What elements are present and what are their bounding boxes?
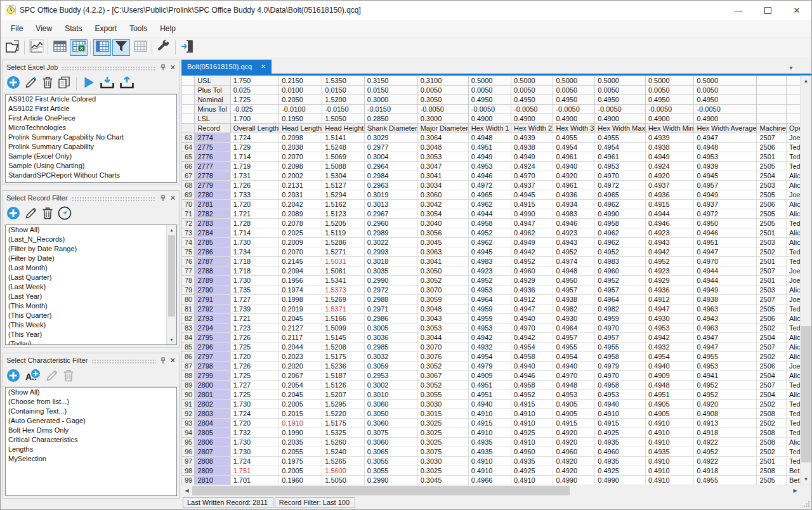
data-cell[interactable]: 0.4947 — [511, 304, 553, 314]
record-cell[interactable]: 2784 — [195, 228, 230, 238]
data-cell[interactable]: 0.4961 — [595, 152, 646, 162]
data-cell[interactable]: 0.4962 — [468, 238, 511, 247]
column-header[interactable]: Head Height — [322, 124, 365, 133]
delete-button[interactable] — [63, 369, 74, 384]
record-cell[interactable]: 2797 — [195, 352, 230, 362]
data-cell[interactable]: 0.2025 — [279, 228, 322, 238]
record-filter-button[interactable] — [112, 39, 130, 56]
data-cell[interactable]: 2503 — [757, 285, 787, 295]
data-cell[interactable]: 1.720 — [230, 200, 279, 209]
data-cell[interactable]: 0.2985 — [364, 343, 417, 352]
record-cell[interactable]: 2783 — [195, 219, 230, 228]
scroll-left-icon[interactable]: ◀ — [181, 485, 192, 496]
data-cell[interactable]: 0.3059 — [417, 295, 468, 304]
data-cell[interactable]: 0.4948 — [468, 133, 511, 143]
data-cell[interactable]: 0.4958 — [595, 219, 646, 228]
record-cell[interactable]: 2809 — [195, 466, 230, 476]
data-cell[interactable]: 0.4915 — [511, 400, 553, 409]
list-item[interactable]: StandardSPCReport — [6, 180, 176, 183]
data-cell[interactable]: 0.4955 — [694, 476, 757, 485]
data-cell[interactable]: 0.2070 — [279, 247, 322, 257]
data-cell[interactable]: 0.1998 — [279, 295, 322, 304]
menu-item-stats[interactable]: Stats — [58, 21, 88, 36]
data-cell[interactable]: 0.4923 — [468, 266, 511, 276]
data-cell[interactable]: 0.4910 — [468, 457, 511, 466]
pin-icon[interactable] — [160, 357, 166, 364]
record-cell[interactable]: 2774 — [195, 133, 230, 143]
data-cell[interactable]: 0.4952 — [511, 257, 553, 266]
record-cell[interactable]: 2787 — [195, 257, 230, 266]
data-cell[interactable]: 1.5187 — [322, 371, 365, 381]
data-cell[interactable]: 0.3022 — [364, 238, 417, 247]
data-cell[interactable]: 0.2984 — [364, 171, 417, 181]
data-cell[interactable]: 1.5099 — [322, 324, 365, 333]
data-cell[interactable]: 1.5371 — [322, 304, 365, 314]
data-cell[interactable]: 0.4905 — [645, 409, 694, 419]
data-cell[interactable]: 0.2005 — [279, 400, 322, 409]
data-cell[interactable]: 0.4936 — [511, 285, 553, 295]
data-cell[interactable]: 0.4954 — [595, 143, 646, 152]
data-cell[interactable]: 0.4910 — [468, 409, 511, 419]
data-cell[interactable]: 0.4920 — [553, 171, 595, 181]
list-item[interactable]: (This Year) — [6, 330, 176, 339]
data-cell[interactable]: 0.3055 — [364, 457, 417, 466]
data-cell[interactable]: 0.3004 — [364, 152, 417, 162]
menu-item-view[interactable]: View — [29, 21, 58, 36]
list-item[interactable]: Bolt Hex Dims Only — [6, 426, 176, 435]
data-cell[interactable]: 0.2131 — [279, 181, 322, 190]
data-cell[interactable]: 0.4962 — [595, 200, 646, 209]
data-cell[interactable]: 0.3032 — [364, 352, 417, 362]
data-cell[interactable]: 2504 — [757, 371, 787, 381]
data-cell[interactable]: 1.5304 — [322, 171, 365, 181]
data-cell[interactable]: 0.4918 — [694, 428, 757, 438]
data-cell[interactable]: 2508 — [757, 438, 787, 447]
data-cell[interactable]: 0.2067 — [279, 371, 322, 381]
data-cell[interactable]: 0.3048 — [417, 143, 468, 152]
edit-button[interactable] — [25, 76, 37, 91]
data-cell[interactable]: 1.5081 — [322, 266, 365, 276]
data-cell[interactable]: 0.3042 — [417, 200, 468, 209]
data-cell[interactable]: 0.3010 — [364, 390, 417, 400]
record-cell[interactable]: 2808 — [195, 457, 230, 466]
data-cell[interactable]: 1.5208 — [322, 343, 365, 352]
data-cell[interactable]: 1.728 — [230, 219, 279, 228]
data-cell[interactable]: 0.4938 — [694, 295, 757, 304]
data-cell[interactable]: 0.4947 — [694, 333, 757, 343]
data-cell[interactable]: 0.4990 — [595, 209, 646, 219]
data-cell[interactable]: 0.4960 — [511, 266, 553, 276]
data-cell[interactable]: 1.5145 — [322, 333, 365, 343]
record-cell[interactable]: 2788 — [195, 266, 230, 276]
add-button[interactable] — [6, 206, 20, 223]
data-cell[interactable]: 2507 — [757, 381, 787, 390]
data-cell[interactable]: 0.3025 — [417, 419, 468, 428]
data-cell[interactable]: 0.4953 — [595, 390, 646, 400]
data-cell[interactable]: 0.4953 — [553, 390, 595, 400]
data-cell[interactable]: 0.4947 — [694, 247, 757, 257]
data-cell[interactable]: 1.724 — [230, 457, 279, 466]
data-cell[interactable]: 2506 — [757, 362, 787, 371]
data-cell[interactable]: 0.3036 — [364, 333, 417, 343]
data-cell[interactable]: 0.3048 — [417, 304, 468, 314]
data-cell[interactable]: 0.3045 — [417, 238, 468, 247]
stats-chart-button[interactable] — [27, 39, 45, 56]
data-cell[interactable]: 0.3059 — [364, 362, 417, 371]
data-cell[interactable]: 0.1960 — [279, 476, 322, 485]
delete-button[interactable] — [42, 207, 53, 222]
list-item[interactable]: (Last Month) — [6, 263, 176, 273]
data-grid-button[interactable] — [51, 39, 69, 56]
pin-icon[interactable] — [160, 195, 166, 202]
data-cell[interactable]: 2501 — [757, 228, 787, 238]
data-cell[interactable]: 0.4944 — [694, 266, 757, 276]
record-cell[interactable]: 2779 — [195, 181, 230, 190]
data-cell[interactable]: 0.3034 — [417, 181, 468, 190]
data-cell[interactable]: 0.2055 — [279, 447, 322, 457]
data-cell[interactable]: 0.4983 — [468, 257, 511, 266]
data-cell[interactable]: 0.4953 — [694, 152, 757, 162]
data-cell[interactable]: 1.725 — [230, 390, 279, 400]
data-cell[interactable]: 0.4946 — [468, 171, 511, 181]
data-cell[interactable]: 1.730 — [230, 238, 279, 247]
add-button[interactable] — [6, 75, 20, 92]
data-cell[interactable]: 0.4960 — [595, 447, 646, 457]
data-cell[interactable]: 0.4970 — [511, 171, 553, 181]
data-cell[interactable]: 0.3045 — [417, 476, 468, 485]
